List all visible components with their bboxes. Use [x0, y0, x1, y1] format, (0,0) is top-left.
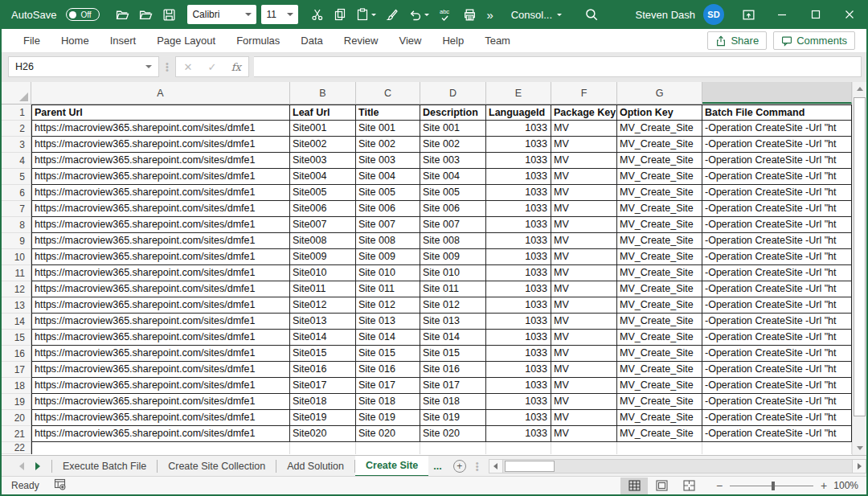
cell-c20[interactable]: Site 019: [356, 410, 420, 426]
cell-g22[interactable]: [617, 442, 702, 454]
cell-g21[interactable]: MV_Create_Site: [617, 426, 702, 442]
row-header-19[interactable]: 19: [2, 394, 31, 410]
cell-c17[interactable]: Site 016: [356, 362, 420, 378]
page-layout-view-button[interactable]: [648, 478, 675, 494]
cell-d9[interactable]: Site 008: [420, 233, 486, 249]
cell-h14[interactable]: -Operation CreateSite -Url "ht: [702, 314, 852, 330]
cell-f5[interactable]: MV: [551, 169, 617, 185]
cell-a18[interactable]: https://macroview365.sharepoint.com/site…: [31, 378, 290, 394]
cell-h13[interactable]: -Operation CreateSite -Url "ht: [702, 297, 852, 314]
ribbon-tab-help[interactable]: Help: [432, 29, 474, 53]
cell-c16[interactable]: Site 015: [356, 346, 420, 362]
vertical-scrollbar-thumb[interactable]: [854, 97, 866, 416]
insert-function-button[interactable]: fx: [224, 61, 248, 73]
cell-a12[interactable]: https://macroview365.sharepoint.com/site…: [31, 281, 290, 297]
sheet-tab-add-solution[interactable]: Add Solution: [276, 456, 354, 477]
row-header-14[interactable]: 14: [2, 314, 31, 330]
row-header-22[interactable]: 22: [2, 442, 31, 454]
cell-e12[interactable]: 1033: [486, 281, 551, 297]
cell-b14[interactable]: Site013: [290, 314, 356, 330]
cell-d17[interactable]: Site 016: [420, 362, 486, 378]
cell-f13[interactable]: MV: [551, 297, 617, 314]
row-header-3[interactable]: 3: [2, 137, 31, 153]
font-size-select[interactable]: 11: [261, 5, 298, 24]
cell-h17[interactable]: -Operation CreateSite -Url "ht: [702, 362, 852, 378]
cell-c9[interactable]: Site 008: [356, 233, 420, 249]
cell-f11[interactable]: MV: [551, 265, 617, 281]
cell-d22[interactable]: [420, 442, 486, 454]
scroll-down-icon[interactable]: [853, 441, 866, 455]
row-header-7[interactable]: 7: [2, 201, 31, 217]
cell-g1[interactable]: Option Key: [617, 105, 702, 121]
cell-g16[interactable]: MV_Create_Site: [617, 346, 702, 362]
cell-e18[interactable]: 1033: [486, 378, 551, 394]
cell-f16[interactable]: MV: [551, 346, 617, 362]
cell-a22[interactable]: [31, 442, 290, 454]
scroll-left-icon[interactable]: [489, 460, 503, 473]
cell-e15[interactable]: 1033: [486, 330, 551, 346]
row-header-9[interactable]: 9: [2, 233, 31, 249]
cell-h20[interactable]: -Operation CreateSite -Url "ht: [702, 410, 852, 426]
column-header-a[interactable]: A: [31, 82, 290, 104]
cell-a3[interactable]: https://macroview365.sharepoint.com/site…: [31, 137, 290, 153]
cell-g17[interactable]: MV_Create_Site: [617, 362, 702, 378]
cell-c4[interactable]: Site 003: [356, 153, 420, 169]
row-header-6[interactable]: 6: [2, 185, 31, 201]
cell-b6[interactable]: Site005: [290, 185, 356, 201]
ribbon-display-options-icon[interactable]: [737, 3, 760, 26]
ribbon-tab-home[interactable]: Home: [51, 29, 100, 53]
cell-f22[interactable]: [551, 442, 617, 454]
cell-g8[interactable]: MV_Create_Site: [617, 217, 702, 233]
ribbon-tab-file[interactable]: File: [13, 29, 51, 53]
cell-d3[interactable]: Site 002: [420, 137, 486, 153]
cell-a7[interactable]: https://macroview365.sharepoint.com/site…: [31, 201, 290, 217]
zoom-in-button[interactable]: +: [820, 479, 828, 492]
cell-a13[interactable]: https://macroview365.sharepoint.com/site…: [31, 297, 290, 314]
cell-d15[interactable]: Site 014: [420, 330, 486, 346]
column-header-g[interactable]: G: [617, 82, 702, 104]
cell-a6[interactable]: https://macroview365.sharepoint.com/site…: [31, 185, 290, 201]
cell-e6[interactable]: 1033: [486, 185, 551, 201]
cancel-formula-button[interactable]: ✕: [176, 61, 200, 73]
cell-g7[interactable]: MV_Create_Site: [617, 201, 702, 217]
cell-c18[interactable]: Site 017: [356, 378, 420, 394]
cell-a21[interactable]: https://macroview365.sharepoint.com/site…: [31, 426, 290, 442]
row-header-11[interactable]: 11: [2, 265, 31, 281]
cell-d8[interactable]: Site 007: [420, 217, 486, 233]
cell-c13[interactable]: Site 012: [356, 297, 420, 314]
cell-e10[interactable]: 1033: [486, 249, 551, 265]
cell-c12[interactable]: Site 011: [356, 281, 420, 297]
cell-e7[interactable]: 1033: [486, 201, 551, 217]
cell-e14[interactable]: 1033: [486, 314, 551, 330]
row-header-1[interactable]: 1: [2, 105, 31, 121]
cell-b9[interactable]: Site008: [290, 233, 356, 249]
cell-c11[interactable]: Site 010: [356, 265, 420, 281]
column-header-e[interactable]: E: [486, 82, 551, 104]
share-button[interactable]: Share: [707, 31, 767, 50]
row-header-20[interactable]: 20: [2, 410, 31, 426]
cell-a4[interactable]: https://macroview365.sharepoint.com/site…: [31, 153, 290, 169]
cell-h16[interactable]: -Operation CreateSite -Url "ht: [702, 346, 852, 362]
row-header-4[interactable]: 4: [2, 153, 31, 169]
cell-e9[interactable]: 1033: [486, 233, 551, 249]
cut-icon[interactable]: [306, 3, 329, 26]
cell-a11[interactable]: https://macroview365.sharepoint.com/site…: [31, 265, 290, 281]
cell-h8[interactable]: -Operation CreateSite -Url "ht: [702, 217, 852, 233]
row-header-10[interactable]: 10: [2, 249, 31, 265]
cell-a15[interactable]: https://macroview365.sharepoint.com/site…: [31, 330, 290, 346]
cell-a19[interactable]: https://macroview365.sharepoint.com/site…: [31, 394, 290, 410]
ribbon-tab-review[interactable]: Review: [334, 29, 389, 53]
cell-b12[interactable]: Site011: [290, 281, 356, 297]
cell-g3[interactable]: MV_Create_Site: [617, 137, 702, 153]
user-name[interactable]: Steven Dash: [636, 9, 695, 21]
spelling-icon[interactable]: abc: [434, 3, 458, 26]
row-header-15[interactable]: 15: [2, 330, 31, 346]
cell-b19[interactable]: Site018: [290, 394, 356, 410]
open-icon-2[interactable]: [134, 3, 158, 26]
cell-e5[interactable]: 1033: [486, 169, 551, 185]
cell-b21[interactable]: Site020: [290, 426, 356, 442]
cell-e1[interactable]: LanguageId: [486, 105, 551, 121]
cell-g14[interactable]: MV_Create_Site: [617, 314, 702, 330]
macro-record-icon[interactable]: [54, 478, 67, 493]
cell-b7[interactable]: Site006: [290, 201, 356, 217]
